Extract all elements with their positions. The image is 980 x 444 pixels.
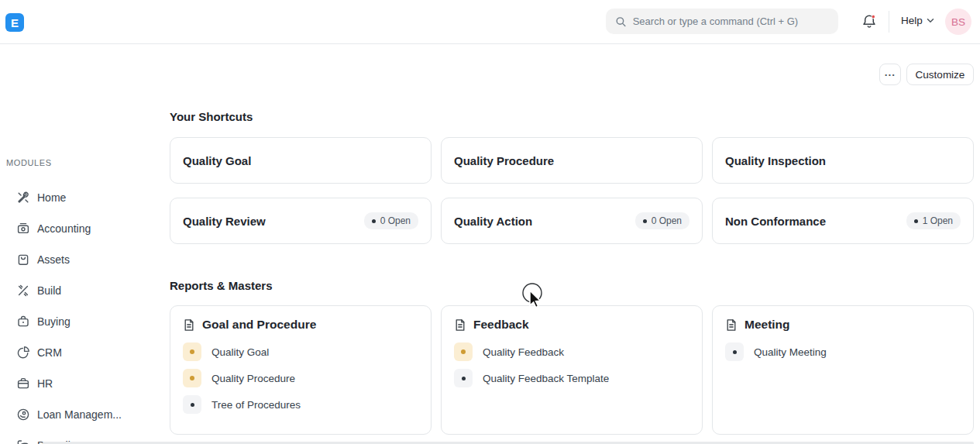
shortcut-label: Non Conformance: [725, 215, 826, 228]
sidebar-item-label: Home: [37, 191, 66, 204]
sidebar-item-assets[interactable]: Assets: [0, 244, 170, 275]
modules-sidebar: MODULES Home Accounting Assets: [0, 44, 170, 444]
link-quality-feedback[interactable]: Quality Feedback: [454, 342, 689, 361]
open-count-badge: 1 Open: [906, 212, 961, 229]
sidebar-item-label: Assets: [37, 253, 70, 266]
notification-dot: [872, 15, 875, 19]
document-icon: [454, 318, 466, 332]
payroll-coins-icon: [16, 439, 30, 444]
link-label: Quality Meeting: [754, 346, 827, 358]
amber-dot-icon: [183, 342, 201, 361]
shortcut-label: Quality Review: [183, 215, 266, 228]
gray-dot-icon: [454, 369, 473, 387]
search-input[interactable]: [633, 15, 829, 27]
amber-dot-icon: [183, 369, 201, 387]
buying-bag-icon: [16, 315, 30, 329]
more-options-button[interactable]: ...: [879, 64, 901, 85]
status-dot: [372, 219, 376, 223]
masters-card-feedback: Feedback Quality Feedback Quality Feedba…: [441, 305, 703, 435]
open-count-badge: 0 Open: [635, 212, 689, 229]
masters-card-goal-and-procedure: Goal and Procedure Quality Goal Quality …: [170, 305, 432, 435]
link-label: Quality Procedure: [211, 373, 295, 384]
navbar-divider: [889, 11, 889, 33]
sidebar-item-hr[interactable]: HR: [0, 368, 170, 399]
erpnext-logo[interactable]: E: [5, 13, 24, 32]
user-avatar[interactable]: BS: [945, 9, 971, 35]
tools-icon: [16, 191, 30, 205]
open-count-badge: 0 Open: [364, 212, 418, 229]
quality-workspace-page: E Help BS Quality ... Customize MODULES: [0, 0, 980, 444]
sidebar-item-home[interactable]: Home: [0, 182, 170, 213]
shortcut-quality-inspection[interactable]: Quality Inspection: [712, 137, 974, 184]
masters-card-title: Goal and Procedure: [202, 318, 316, 332]
pie-chart-icon: [16, 346, 30, 360]
money-icon: [16, 222, 30, 236]
global-search[interactable]: [606, 9, 838, 34]
sidebar-item-label: Build: [37, 284, 61, 297]
sidebar-item-build[interactable]: Build: [0, 275, 170, 306]
masters-grid: Goal and Procedure Quality Goal Quality …: [170, 305, 974, 435]
masters-card-meeting: Meeting Quality Meeting: [712, 305, 974, 435]
link-tree-of-procedures[interactable]: Tree of Procedures: [183, 395, 418, 414]
shopping-bag-icon: [16, 253, 30, 267]
shortcut-label: Quality Goal: [183, 154, 251, 167]
sidebar-item-accounting[interactable]: Accounting: [0, 213, 170, 244]
shortcut-label: Quality Inspection: [725, 154, 826, 167]
masters-heading: Reports & Masters: [170, 279, 273, 292]
shortcuts-heading: Your Shortcuts: [170, 110, 253, 123]
document-icon: [183, 318, 195, 332]
status-dot: [914, 219, 918, 223]
help-label: Help: [901, 15, 923, 26]
masters-card-title: Feedback: [473, 318, 529, 332]
shortcut-quality-review[interactable]: Quality Review 0 Open: [170, 198, 432, 244]
notification-bell-icon[interactable]: [861, 13, 878, 30]
gray-dot-icon: [725, 342, 744, 361]
link-label: Quality Goal: [211, 346, 269, 358]
masters-card-header: Meeting: [725, 318, 961, 332]
masters-card-title: Meeting: [744, 318, 790, 332]
gray-dot-icon: [183, 395, 201, 414]
shortcut-label: Quality Action: [454, 215, 532, 228]
sidebar-item-loan-management[interactable]: Loan Managem...: [0, 399, 170, 430]
customize-button[interactable]: Customize: [906, 64, 974, 85]
sidebar-item-label: HR: [37, 377, 53, 390]
sidebar-item-label: CRM: [37, 346, 62, 359]
chevron-down-icon: [927, 18, 934, 23]
document-icon: [725, 318, 738, 332]
shortcuts-grid: Quality Goal Quality Procedure Quality I…: [170, 137, 974, 244]
sidebar-item-label: Loan Managem...: [37, 408, 122, 421]
sidebar-item-label: Accounting: [37, 222, 91, 235]
status-dot: [643, 219, 647, 223]
shortcut-quality-action[interactable]: Quality Action 0 Open: [441, 198, 703, 244]
shortcut-quality-goal[interactable]: Quality Goal: [170, 137, 432, 184]
shortcut-label: Quality Procedure: [454, 154, 554, 167]
sidebar-item-label: Buying: [37, 315, 70, 328]
link-label: Quality Feedback: [483, 346, 564, 358]
sidebar-item-buying[interactable]: Buying: [0, 306, 170, 337]
link-quality-goal[interactable]: Quality Goal: [183, 342, 418, 361]
sidebar-items: Home Accounting Assets Build: [0, 182, 170, 444]
top-navbar: E Help BS: [0, 0, 980, 44]
hammer-tools-icon: [16, 284, 30, 298]
briefcase-icon: [16, 377, 30, 391]
link-quality-meeting[interactable]: Quality Meeting: [725, 342, 961, 361]
masters-card-header: Feedback: [454, 318, 689, 332]
masters-card-header: Goal and Procedure: [183, 318, 418, 332]
link-label: Tree of Procedures: [211, 399, 301, 411]
help-menu[interactable]: Help: [901, 15, 934, 26]
amber-dot-icon: [454, 342, 473, 361]
sidebar-item-crm[interactable]: CRM: [0, 337, 170, 368]
link-label: Quality Feedback Template: [483, 373, 609, 384]
shortcut-quality-procedure[interactable]: Quality Procedure: [441, 137, 703, 184]
sidebar-heading: MODULES: [6, 158, 52, 167]
search-icon: [615, 15, 627, 28]
link-quality-procedure[interactable]: Quality Procedure: [183, 369, 418, 387]
shortcut-non-conformance[interactable]: Non Conformance 1 Open: [712, 198, 974, 244]
link-quality-feedback-template[interactable]: Quality Feedback Template: [454, 369, 689, 387]
loan-coin-icon: [16, 408, 30, 422]
